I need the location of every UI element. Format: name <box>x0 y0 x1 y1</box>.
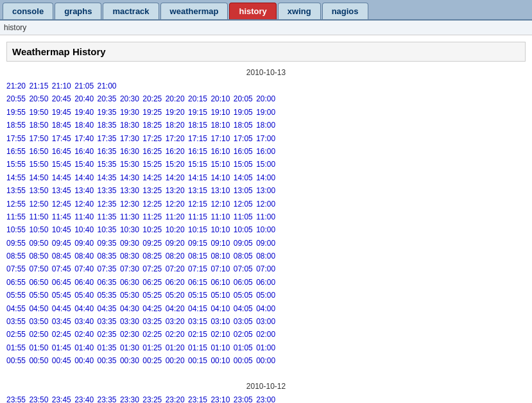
time-link[interactable]: 14:30 <box>120 173 139 182</box>
time-link[interactable]: 09:50 <box>29 239 48 248</box>
time-link[interactable]: 14:20 <box>166 173 185 182</box>
time-link[interactable]: 16:45 <box>52 147 71 156</box>
time-link[interactable]: 17:35 <box>98 134 117 143</box>
time-link[interactable]: 10:50 <box>29 225 48 234</box>
time-link[interactable]: 07:35 <box>98 264 117 273</box>
time-link[interactable]: 13:35 <box>98 186 117 195</box>
time-link[interactable]: 19:50 <box>29 108 48 117</box>
time-link[interactable]: 08:15 <box>188 252 207 261</box>
time-link[interactable]: 00:50 <box>29 356 48 365</box>
time-link[interactable]: 04:25 <box>142 304 162 313</box>
time-link[interactable]: 02:05 <box>234 330 253 339</box>
time-link[interactable]: 20:20 <box>166 94 185 103</box>
time-link[interactable]: 01:35 <box>98 343 117 352</box>
time-link[interactable]: 19:25 <box>142 108 162 117</box>
time-link[interactable]: 02:10 <box>210 330 230 339</box>
time-link[interactable]: 09:40 <box>74 239 94 248</box>
time-link[interactable]: 15:10 <box>210 160 230 169</box>
time-link[interactable]: 03:50 <box>29 317 48 326</box>
time-link[interactable]: 08:30 <box>120 252 139 261</box>
time-link[interactable]: 11:30 <box>120 212 139 221</box>
time-link[interactable]: 19:20 <box>166 108 185 117</box>
time-link[interactable]: 15:45 <box>52 160 71 169</box>
time-link[interactable]: 18:35 <box>98 121 117 130</box>
time-link[interactable]: 11:00 <box>256 212 275 221</box>
time-link[interactable]: 23:15 <box>188 395 207 403</box>
time-link[interactable]: 03:25 <box>142 317 162 326</box>
time-link[interactable]: 23:40 <box>74 395 94 403</box>
time-link[interactable]: 15:25 <box>142 160 162 169</box>
time-link[interactable]: 17:20 <box>166 134 185 143</box>
time-link[interactable]: 16:50 <box>29 147 48 156</box>
time-link[interactable]: 00:15 <box>188 356 207 365</box>
time-link[interactable]: 04:35 <box>98 304 117 313</box>
time-link[interactable]: 12:25 <box>142 200 162 209</box>
time-link[interactable]: 09:25 <box>142 239 162 248</box>
time-link[interactable]: 15:40 <box>74 160 94 169</box>
time-link[interactable]: 02:55 <box>6 330 26 339</box>
time-link[interactable]: 02:45 <box>52 330 71 339</box>
time-link[interactable]: 08:50 <box>29 252 48 261</box>
time-link[interactable]: 14:40 <box>74 173 94 182</box>
time-link[interactable]: 13:45 <box>52 186 71 195</box>
time-link[interactable]: 13:25 <box>142 186 162 195</box>
time-link[interactable]: 00:05 <box>234 356 253 365</box>
time-link[interactable]: 10:05 <box>234 225 253 234</box>
time-link[interactable]: 07:15 <box>188 264 207 273</box>
time-link[interactable]: 20:50 <box>29 94 48 103</box>
time-link[interactable]: 17:15 <box>188 134 207 143</box>
time-link[interactable]: 11:40 <box>74 212 94 221</box>
time-link[interactable]: 03:20 <box>166 317 185 326</box>
time-link[interactable]: 08:05 <box>234 252 253 261</box>
time-link[interactable]: 19:45 <box>52 108 71 117</box>
time-link[interactable]: 19:10 <box>210 108 230 117</box>
time-link[interactable]: 01:30 <box>120 343 139 352</box>
time-link[interactable]: 04:00 <box>256 304 275 313</box>
time-link[interactable]: 23:10 <box>210 395 230 403</box>
time-link[interactable]: 04:15 <box>188 304 207 313</box>
time-link[interactable]: 20:05 <box>234 94 253 103</box>
time-link[interactable]: 18:40 <box>74 121 94 130</box>
time-link[interactable]: 03:45 <box>52 317 71 326</box>
time-link[interactable]: 06:55 <box>6 278 26 287</box>
time-link[interactable]: 16:15 <box>188 147 207 156</box>
time-link[interactable]: 16:05 <box>234 147 253 156</box>
time-link[interactable]: 16:25 <box>142 147 162 156</box>
time-link[interactable]: 19:30 <box>120 108 139 117</box>
time-link[interactable]: 03:40 <box>74 317 94 326</box>
time-link[interactable]: 04:05 <box>234 304 253 313</box>
time-link[interactable]: 20:15 <box>188 94 207 103</box>
time-link[interactable]: 10:25 <box>142 225 162 234</box>
time-link[interactable]: 03:00 <box>256 317 275 326</box>
time-link[interactable]: 05:15 <box>188 291 207 300</box>
time-link[interactable]: 04:30 <box>120 304 139 313</box>
time-link[interactable]: 06:05 <box>234 278 253 287</box>
time-link[interactable]: 07:50 <box>29 264 48 273</box>
time-link[interactable]: 11:55 <box>6 212 26 221</box>
tab-history[interactable]: history <box>229 3 276 19</box>
time-link[interactable]: 10:55 <box>6 225 26 234</box>
time-link[interactable]: 21:00 <box>98 81 117 90</box>
time-link[interactable]: 05:00 <box>256 291 275 300</box>
time-link[interactable]: 23:45 <box>52 395 71 403</box>
time-link[interactable]: 03:55 <box>6 317 26 326</box>
time-link[interactable]: 20:40 <box>74 94 94 103</box>
time-link[interactable]: 19:35 <box>98 108 117 117</box>
time-link[interactable]: 12:50 <box>29 200 48 209</box>
time-link[interactable]: 18:20 <box>166 121 185 130</box>
time-link[interactable]: 10:45 <box>52 225 71 234</box>
time-link[interactable]: 10:10 <box>210 225 230 234</box>
time-link[interactable]: 10:20 <box>166 225 185 234</box>
time-link[interactable]: 07:00 <box>256 264 275 273</box>
time-link[interactable]: 15:35 <box>98 160 117 169</box>
time-link[interactable]: 04:10 <box>210 304 230 313</box>
time-link[interactable]: 09:30 <box>120 239 139 248</box>
time-link[interactable]: 12:40 <box>74 200 94 209</box>
time-link[interactable]: 07:05 <box>234 264 253 273</box>
time-link[interactable]: 04:40 <box>74 304 94 313</box>
time-link[interactable]: 08:25 <box>142 252 162 261</box>
time-link[interactable]: 07:45 <box>52 264 71 273</box>
time-link[interactable]: 15:15 <box>188 160 207 169</box>
time-link[interactable]: 18:50 <box>29 121 48 130</box>
time-link[interactable]: 02:30 <box>120 330 139 339</box>
